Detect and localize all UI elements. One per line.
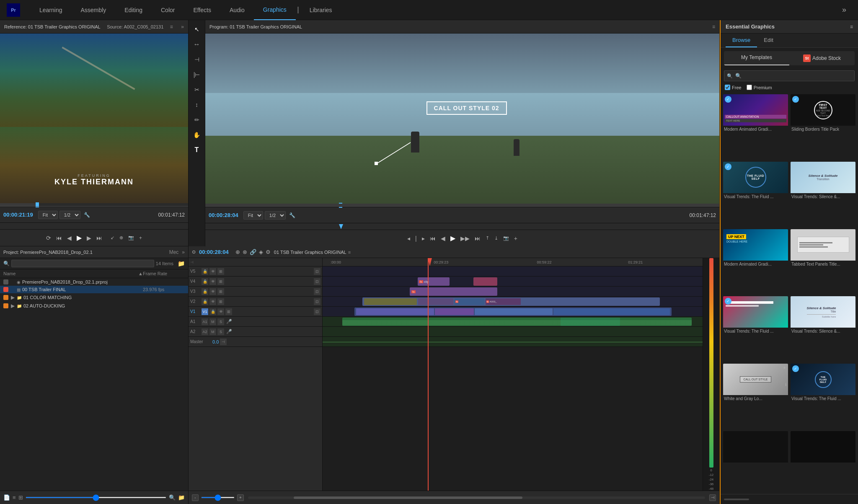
track-a1-solo[interactable]: S	[217, 318, 224, 325]
timeline-settings-icon[interactable]: ⚙	[266, 249, 271, 255]
timeline-zoom-slider[interactable]	[201, 497, 235, 498]
track-v1-sync[interactable]: ⊞	[225, 308, 232, 315]
eg-tab-browse[interactable]: Browse	[726, 34, 757, 47]
source-step-fwd-btn[interactable]: ▶	[87, 235, 91, 241]
track-v2-lock[interactable]: 🔒	[202, 298, 208, 305]
nav-audio[interactable]: Audio	[220, 0, 254, 20]
clip-v2[interactable]: fx fx A003_	[362, 297, 660, 306]
list-item[interactable]: ◉ PremierePro_NAB2018_Drop_02.1.prproj	[0, 278, 188, 286]
template-9[interactable]: CALL OUT STYLE ★ ℹ White and Gray Lo...	[723, 364, 788, 429]
eg-tab-edit[interactable]: Edit	[757, 34, 780, 47]
timeline-scroll[interactable]	[248, 496, 705, 499]
nav-more-button[interactable]: »	[837, 5, 851, 14]
template-11[interactable]	[723, 431, 788, 491]
prog-add-marker-btn[interactable]: +	[514, 235, 517, 242]
track-content-v3[interactable]: fx	[323, 287, 719, 297]
source-overwrite-btn[interactable]: ⊕	[119, 235, 123, 240]
select-tool-icon[interactable]: ↖	[191, 23, 203, 35]
track-content-v5[interactable]	[323, 266, 719, 277]
track-v2-vis[interactable]: 👁	[209, 298, 216, 305]
clip-a1b[interactable]	[561, 318, 620, 326]
track-content-v1[interactable]	[323, 307, 719, 317]
search-proj-icon[interactable]: 🔍	[169, 494, 176, 501]
track-select-icon[interactable]: ↔	[191, 39, 203, 50]
item-expand-icon[interactable]: ▶	[11, 295, 15, 300]
list-item[interactable]: ▶ 📁 01 COLOR MATCHING	[0, 293, 188, 302]
program-playhead-marker[interactable]	[339, 224, 343, 229]
track-content-a1[interactable]	[323, 317, 719, 327]
prog-step-fwd-btn[interactable]: ⏭	[475, 235, 481, 242]
timeline-menu-icon[interactable]: ≡	[348, 250, 351, 255]
source-quality-dropdown[interactable]: 1/2	[59, 211, 80, 219]
template-2[interactable]: FIRST TEXT ADD SECOND TEXT Third Text He…	[791, 94, 855, 159]
zoom-slider[interactable]	[26, 497, 166, 498]
premium-filter[interactable]: Premium	[747, 85, 772, 90]
clip-a1[interactable]	[342, 318, 691, 326]
new-bin-toolbar-icon[interactable]: 📁	[178, 494, 185, 501]
program-fit-dropdown[interactable]: Fit	[243, 211, 263, 220]
template-4[interactable]: Silence & Solitude Transition Visual Tre…	[791, 162, 855, 227]
track-v3-sync[interactable]: ⊞	[217, 288, 224, 295]
track-v4-expand[interactable]: ⊡	[314, 278, 320, 285]
track-v4-sync[interactable]: ⊞	[217, 278, 224, 285]
source-scrub-bar[interactable]	[0, 203, 188, 207]
track-a2-solo[interactable]: S	[217, 328, 224, 335]
timeline-end-btn[interactable]: ⊣	[709, 494, 716, 501]
track-v4-lock[interactable]: 🔒	[202, 278, 208, 285]
source-play-btn[interactable]: ▶	[77, 234, 82, 242]
hand-icon[interactable]: ✋	[191, 129, 203, 141]
nav-assembly[interactable]: Assembly	[72, 0, 116, 20]
grid-view-icon[interactable]: ⊞	[18, 494, 23, 501]
track-content-a2[interactable]	[323, 327, 719, 337]
free-checkbox[interactable]	[725, 85, 730, 90]
template-7[interactable]: ✓ Visual Trends: The Fluid ...	[723, 296, 788, 361]
track-a1-mute[interactable]: M	[209, 318, 216, 325]
prog-marker-out-btn[interactable]: ▸	[422, 235, 425, 242]
track-a2-mute[interactable]: M	[209, 328, 216, 335]
template-3[interactable]: THE FLUIDSELF ✓ Visual Trends: The Fluid…	[723, 162, 788, 227]
template-1[interactable]: CALLOUT ANNOTATION TEXT HERE ✓ Modern An…	[723, 94, 788, 159]
nav-effects[interactable]: Effects	[184, 0, 220, 20]
linked-icon[interactable]: 🔗	[250, 249, 256, 255]
timeline-scroll-thumb[interactable]	[294, 496, 522, 499]
prog-play-loop-btn[interactable]: ▶▶	[460, 235, 470, 242]
source-menu-icon[interactable]: ≡	[170, 24, 173, 30]
template-12[interactable]	[791, 431, 855, 491]
nav-libraries[interactable]: Libraries	[300, 0, 341, 20]
program-scrub-bar[interactable]	[205, 204, 719, 207]
track-a1-target[interactable]: A1	[202, 318, 208, 325]
type-tool-icon[interactable]: T	[191, 144, 203, 156]
track-v1-target[interactable]: V1	[202, 308, 208, 315]
program-quality-dropdown[interactable]: 1/2	[265, 211, 286, 220]
source-loop-btn[interactable]: ⟳	[46, 235, 51, 241]
rolling-edit-icon[interactable]: |⊢	[191, 69, 203, 80]
prog-marker-in-btn[interactable]: ◂	[407, 235, 410, 242]
source-goto-end-btn[interactable]: ⏭	[96, 235, 102, 241]
track-content-master[interactable]	[323, 337, 719, 347]
track-v5-lock[interactable]: 🔒	[202, 268, 208, 275]
callout-box[interactable]: CALL OUT STYLE 02	[426, 101, 507, 115]
track-v1-lock[interactable]: 🔒	[209, 308, 216, 315]
timeline-zoom-out[interactable]: -	[192, 494, 199, 501]
pen-icon[interactable]: ✏	[191, 114, 203, 126]
source-fit-dropdown[interactable]: Fit	[38, 211, 58, 219]
eg-menu-icon[interactable]: ≡	[850, 24, 853, 30]
nav-editing[interactable]: Editing	[115, 0, 152, 20]
source-wrench-icon[interactable]: 🔧	[84, 212, 90, 218]
clip-v1[interactable]	[354, 308, 672, 316]
eg-scroll-bar[interactable]	[724, 499, 749, 500]
new-item-icon[interactable]: 📄	[3, 494, 10, 501]
template-5[interactable]: UP NEXT DOUBLE HERE Modern Animated Grad…	[723, 229, 788, 294]
item-expand-icon[interactable]: ▶	[11, 303, 15, 309]
program-wrench-icon[interactable]: 🔧	[289, 212, 295, 218]
snap-tool-icon[interactable]: ⊕	[235, 249, 240, 255]
prog-lift-btn[interactable]: ⤒	[486, 235, 489, 241]
adobe-stock-tab[interactable]: St Adobe Stock	[789, 51, 855, 65]
prog-marker-mid-btn[interactable]: |	[415, 235, 417, 242]
ripple-edit-icon[interactable]: ⊣	[191, 54, 203, 65]
eg-info-icon[interactable]: ℹ	[785, 383, 786, 387]
template-10[interactable]: THEFLUIDSELF ✓ Visual Trends: The Fluid …	[791, 364, 855, 429]
track-v3-lock[interactable]: 🔒	[202, 288, 208, 295]
prog-step-back-btn[interactable]: ◀	[441, 235, 445, 242]
clip-v3[interactable]: fx	[410, 287, 497, 296]
